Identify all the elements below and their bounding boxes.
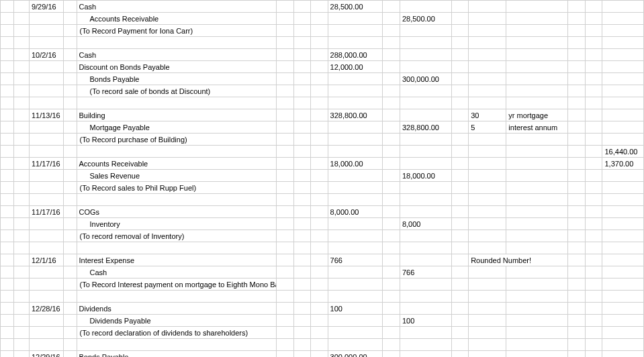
cell[interactable]: 328,800.00: [400, 121, 451, 134]
cell[interactable]: [602, 254, 644, 266]
cell[interactable]: [311, 170, 328, 182]
cell[interactable]: [311, 242, 328, 254]
cell[interactable]: [383, 194, 400, 206]
cell[interactable]: [293, 242, 311, 254]
cell[interactable]: [1, 351, 14, 358]
cell[interactable]: [14, 158, 29, 170]
cell[interactable]: Interest Expense: [77, 254, 276, 266]
cell[interactable]: [293, 134, 311, 146]
cell[interactable]: [568, 49, 586, 61]
cell[interactable]: [383, 97, 400, 109]
cell[interactable]: [311, 158, 328, 170]
cell[interactable]: [469, 206, 506, 218]
cell[interactable]: [328, 73, 383, 85]
cell[interactable]: [383, 182, 400, 194]
cell[interactable]: [602, 121, 644, 134]
cell[interactable]: [568, 315, 586, 327]
cell[interactable]: [585, 25, 602, 37]
cell[interactable]: [276, 351, 293, 358]
cell[interactable]: [276, 170, 293, 182]
cell[interactable]: [64, 170, 77, 182]
cell[interactable]: [64, 291, 77, 303]
cell[interactable]: [293, 218, 311, 230]
cell[interactable]: [383, 109, 400, 121]
cell[interactable]: [276, 61, 293, 73]
cell[interactable]: [506, 49, 568, 61]
cell[interactable]: [293, 254, 311, 266]
cell[interactable]: [568, 254, 586, 266]
cell[interactable]: [64, 315, 77, 327]
journal-table[interactable]: 9/29/16Cash28,500.00Accounts Receivable2…: [0, 0, 644, 357]
cell[interactable]: [568, 182, 586, 194]
cell[interactable]: [1, 254, 14, 266]
cell[interactable]: [602, 303, 644, 315]
cell[interactable]: [383, 278, 400, 291]
cell[interactable]: [293, 25, 311, 37]
cell[interactable]: [14, 351, 29, 358]
cell[interactable]: [311, 230, 328, 242]
cell[interactable]: [383, 61, 400, 73]
cell[interactable]: [311, 85, 328, 97]
cell[interactable]: [1, 121, 14, 134]
cell[interactable]: [469, 25, 506, 37]
cell[interactable]: [400, 1, 451, 13]
cell[interactable]: [276, 218, 293, 230]
cell[interactable]: [276, 37, 293, 49]
cell[interactable]: [1, 13, 14, 25]
cell[interactable]: [77, 242, 276, 254]
cell[interactable]: [311, 291, 328, 303]
cell[interactable]: [469, 97, 506, 109]
cell[interactable]: COGs: [77, 206, 276, 218]
cell[interactable]: [77, 97, 276, 109]
cell[interactable]: [506, 230, 568, 242]
cell[interactable]: [311, 61, 328, 73]
cell[interactable]: [602, 1, 644, 13]
cell[interactable]: [568, 278, 586, 291]
cell[interactable]: [585, 315, 602, 327]
cell[interactable]: [585, 109, 602, 121]
cell[interactable]: [568, 61, 586, 73]
cell[interactable]: [383, 291, 400, 303]
cell[interactable]: [585, 1, 602, 13]
cell[interactable]: [602, 13, 644, 25]
cell[interactable]: [400, 25, 451, 37]
cell[interactable]: [568, 242, 586, 254]
cell[interactable]: [64, 61, 77, 73]
cell[interactable]: [469, 134, 506, 146]
cell[interactable]: [585, 85, 602, 97]
cell[interactable]: [506, 13, 568, 25]
cell[interactable]: [506, 327, 568, 339]
cell[interactable]: [14, 327, 29, 339]
cell[interactable]: [585, 146, 602, 158]
cell[interactable]: [14, 230, 29, 242]
cell[interactable]: [328, 242, 383, 254]
cell[interactable]: [64, 218, 77, 230]
cell[interactable]: [451, 25, 469, 37]
cell[interactable]: [328, 230, 383, 242]
cell[interactable]: [451, 291, 469, 303]
cell[interactable]: [469, 73, 506, 85]
cell[interactable]: [29, 339, 63, 351]
cell[interactable]: [311, 206, 328, 218]
cell[interactable]: [451, 13, 469, 25]
cell[interactable]: [311, 97, 328, 109]
cell[interactable]: [383, 25, 400, 37]
cell[interactable]: [451, 339, 469, 351]
cell[interactable]: [276, 1, 293, 13]
cell[interactable]: [311, 315, 328, 327]
cell[interactable]: [311, 37, 328, 49]
cell[interactable]: [276, 109, 293, 121]
cell[interactable]: [400, 85, 451, 97]
cell[interactable]: [29, 266, 63, 278]
cell[interactable]: [383, 254, 400, 266]
cell[interactable]: [293, 291, 311, 303]
cell[interactable]: [568, 218, 586, 230]
cell[interactable]: [29, 182, 63, 194]
cell[interactable]: [400, 37, 451, 49]
cell[interactable]: [451, 351, 469, 358]
cell[interactable]: [383, 158, 400, 170]
cell[interactable]: [469, 327, 506, 339]
cell[interactable]: [64, 85, 77, 97]
cell[interactable]: [293, 339, 311, 351]
cell[interactable]: [328, 278, 383, 291]
